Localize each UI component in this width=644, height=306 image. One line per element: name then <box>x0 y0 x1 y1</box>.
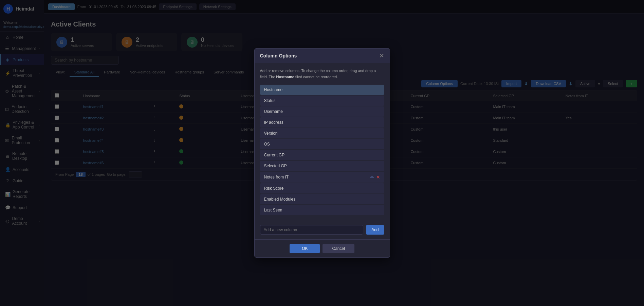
modal-header: Column Options ✕ <box>255 49 390 63</box>
col-item-label: Enabled Modules <box>264 197 296 202</box>
col-item-label: OS <box>264 142 270 147</box>
col-item-last- seen: Last Seen <box>260 205 384 215</box>
col-item-selected- gp: Selected GP <box>260 161 384 171</box>
col-item-label: Hostname <box>264 87 283 92</box>
modal-body: Add or remove columns. To change the col… <box>255 63 390 220</box>
col-item-label: Version <box>264 131 278 136</box>
column-options-modal: Column Options ✕ Add or remove columns. … <box>254 48 390 258</box>
modal-footer: OK Cancel <box>255 239 390 257</box>
col-item-label: Selected GP <box>264 164 287 168</box>
add-column-row: Add <box>255 220 390 239</box>
instructions-end: filed cannot be reordered. <box>294 75 338 79</box>
col-item-status: Status <box>260 96 384 106</box>
col-item-hostname: Hostname <box>260 85 384 95</box>
col-item-current- gp: Current GP <box>260 150 384 160</box>
add-column-input[interactable] <box>260 225 364 235</box>
col-item-notes- from- it: Notes from IT ✏ ✕ <box>260 172 384 183</box>
modal-close-btn[interactable]: ✕ <box>379 53 384 59</box>
col-item-version: Version <box>260 128 384 138</box>
add-column-btn[interactable]: Add <box>366 225 384 235</box>
col-item-risk- score: Risk Score <box>260 183 384 193</box>
col-item-label: Last Seen <box>264 208 282 213</box>
edit-col-icon[interactable]: ✏ <box>370 175 374 180</box>
remove-col-icon[interactable]: ✕ <box>376 174 380 180</box>
col-item-label: Risk Score <box>264 186 284 191</box>
col-item-label: Status <box>264 98 276 103</box>
col-item-actions: ✏ ✕ <box>370 174 380 180</box>
col-item-label: Current GP <box>264 153 285 157</box>
column-list: HostnameStatusUsernameIP addressVersionO… <box>260 85 384 215</box>
col-item-label: IP address <box>264 120 283 125</box>
col-item-username: Username <box>260 106 384 117</box>
modal-instructions: Add or remove columns. To change the col… <box>260 68 384 80</box>
col-item-ip- address: IP address <box>260 117 384 128</box>
col-item-label: Notes from IT <box>264 175 289 180</box>
modal-title: Column Options <box>260 53 297 58</box>
hostname-emphasis: Hostname <box>276 75 294 79</box>
col-item-enabled- modules: Enabled Modules <box>260 194 384 204</box>
cancel-btn[interactable]: Cancel <box>323 244 354 253</box>
col-item-os: OS <box>260 139 384 149</box>
col-item-label: Username <box>264 109 283 114</box>
ok-btn[interactable]: OK <box>290 244 320 253</box>
